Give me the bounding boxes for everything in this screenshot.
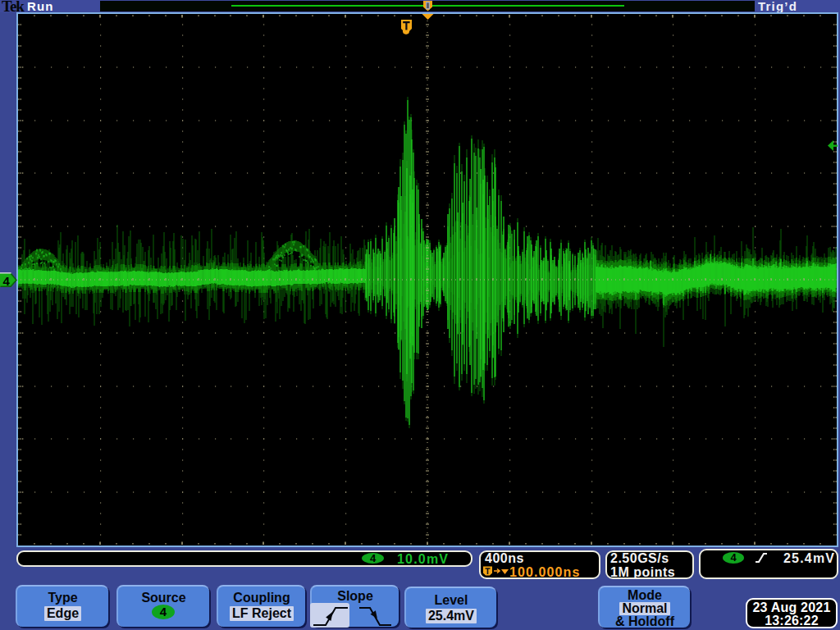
svg-text:4: 4: [3, 274, 11, 288]
